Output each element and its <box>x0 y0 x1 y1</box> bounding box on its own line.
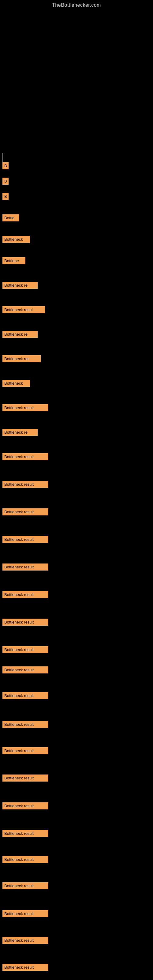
bottleneck-item[interactable]: Bottleneck result <box>2 830 48 837</box>
bottleneck-item[interactable]: Bottleneck result <box>2 619 48 626</box>
bottleneck-item[interactable]: Bottleneck result <box>2 646 48 653</box>
bottleneck-item[interactable]: Bottleneck re <box>2 331 38 338</box>
bottleneck-item[interactable]: Bottleneck result <box>2 536 48 543</box>
bottleneck-item[interactable]: Bottleneck <box>2 236 30 243</box>
bottleneck-item[interactable]: Bottleneck result <box>2 453 48 460</box>
bottleneck-item[interactable]: Bottleneck re <box>2 282 38 289</box>
bottleneck-item[interactable]: Bottleneck res <box>2 355 41 362</box>
bottleneck-item[interactable]: Bottleneck result <box>2 775 48 781</box>
bottleneck-item[interactable]: Bottleneck result <box>2 910 48 917</box>
bottleneck-item[interactable]: Bottleneck result <box>2 591 48 598</box>
site-title: TheBottlenecker.com <box>0 0 153 9</box>
bottleneck-item[interactable]: B <box>2 193 9 200</box>
bottleneck-item[interactable]: Bottleneck <box>2 380 30 387</box>
bottleneck-item[interactable]: B <box>2 178 9 185</box>
bottleneck-item[interactable]: Bottleneck result <box>2 563 48 571</box>
bottleneck-item[interactable]: Bottleneck result <box>2 802 48 810</box>
bottleneck-item[interactable]: B <box>2 162 9 169</box>
bottleneck-item[interactable]: Bottleneck result <box>2 692 48 699</box>
bottleneck-item[interactable]: Bottlene <box>2 257 26 264</box>
bottleneck-item[interactable]: Bottleneck result <box>2 481 48 488</box>
bottleneck-item[interactable]: Bottleneck re <box>2 429 38 436</box>
bottleneck-item[interactable]: Bottleneck result <box>2 508 48 515</box>
bottleneck-item[interactable]: Bottleneck resul <box>2 306 45 313</box>
bottleneck-item[interactable]: Bottle <box>2 215 19 221</box>
bottleneck-item[interactable]: Bottleneck result <box>2 937 48 944</box>
bottleneck-item[interactable]: Bottleneck result <box>2 404 48 411</box>
bottleneck-item[interactable]: Bottleneck result <box>2 964 48 971</box>
bottleneck-item[interactable]: Bottleneck result <box>2 882 48 889</box>
cursor-line <box>2 153 3 162</box>
bottleneck-item[interactable]: Bottleneck result <box>2 667 48 673</box>
bottleneck-item[interactable]: Bottleneck result <box>2 721 48 728</box>
bottleneck-item[interactable]: Bottleneck result <box>2 856 48 863</box>
bottleneck-item[interactable]: Bottleneck result <box>2 747 48 754</box>
